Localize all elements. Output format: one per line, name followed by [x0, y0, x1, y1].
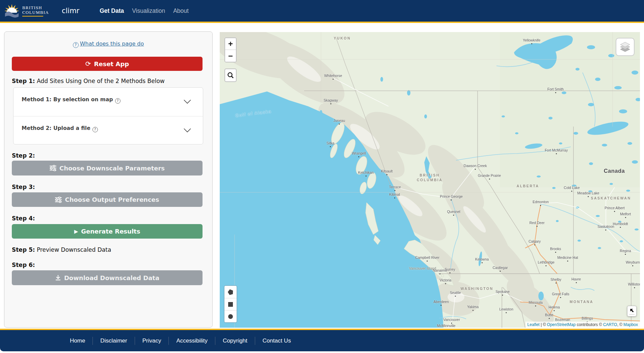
- map-label: Havre: [571, 277, 581, 281]
- map-label: WASHINGTON: [460, 287, 493, 291]
- map-label: ALBERTA: [517, 184, 539, 188]
- choose-output-preferences-button[interactable]: Choose Output Preferences: [12, 192, 203, 207]
- nav-about[interactable]: About: [173, 7, 189, 15]
- draw-circle-button[interactable]: [224, 310, 237, 322]
- map-label: Edmonton: [533, 200, 549, 204]
- map-label: Regina: [620, 249, 631, 253]
- nav-visualization[interactable]: Visualization: [132, 7, 165, 15]
- footer-link-privacy[interactable]: Privacy: [135, 337, 169, 344]
- layers-control-button[interactable]: [616, 38, 635, 56]
- footer-link-home[interactable]: Home: [62, 337, 92, 344]
- map-label: Cold Lake: [564, 186, 580, 190]
- play-icon: ▶: [74, 228, 78, 235]
- map-label: Red Deer: [530, 221, 545, 225]
- bc-sunrise-logo-icon: [4, 3, 20, 19]
- square-icon: [228, 302, 233, 307]
- question-circle-icon: ?: [115, 98, 120, 104]
- layers-icon: [619, 41, 632, 53]
- chevron-down-icon: [183, 99, 191, 104]
- map-label: Medicine Hat: [557, 255, 578, 260]
- osm-link[interactable]: OpenStreetMap: [547, 322, 576, 327]
- arrow-up-left-icon: [629, 308, 635, 313]
- map-label: Saskatoon: [597, 224, 614, 228]
- map-label: MONTANA: [570, 300, 593, 304]
- draw-polygon-button[interactable]: [224, 286, 237, 298]
- map-label: Yakima: [467, 305, 479, 309]
- map-label: Quesnel: [447, 210, 460, 214]
- leaflet-map[interactable]: YUKONYellowknifeWhitehorseFort SmithSkag…: [220, 32, 640, 328]
- map-label: Vancouver Island: [409, 266, 436, 270]
- step1-label: Step 1: Add Sites Using One of the 2 Met…: [12, 78, 165, 84]
- footer-link-accessibility[interactable]: Accessibility: [169, 337, 215, 344]
- map-label: Lethbridge: [538, 260, 555, 264]
- bc-gov-logo[interactable]: British Columbia: [4, 3, 49, 19]
- fit-bounds-button[interactable]: [627, 306, 637, 317]
- step4-label: Step 4:: [12, 215, 35, 222]
- map-label: YUKON: [334, 36, 351, 40]
- footer-link-disclaimer[interactable]: Disclaimer: [93, 337, 134, 344]
- mapbox-link[interactable]: Mapbox: [623, 322, 638, 327]
- draw-rectangle-button[interactable]: [224, 298, 237, 310]
- generate-results-button[interactable]: ▶ Generate Results: [12, 224, 203, 239]
- brand-text: British Columbia: [22, 5, 49, 17]
- footer-link-copyright[interactable]: Copyright: [215, 337, 255, 344]
- map-label: Fort Smith: [547, 87, 564, 91]
- map-label: COLUMBIA: [417, 178, 443, 182]
- carto-link[interactable]: CARTO: [603, 322, 617, 327]
- map-label: Prince Albert: [605, 206, 625, 210]
- map-label: Vancouver: [443, 318, 460, 322]
- choose-downscale-parameters-button[interactable]: Choose Downscale Parameters: [12, 161, 203, 175]
- reset-app-button[interactable]: ⟳ Reset App: [12, 57, 203, 71]
- method1-header[interactable]: Method 1: By selection on map?: [14, 88, 203, 116]
- map-label: Shelby: [551, 277, 561, 281]
- map-label: Sitka: [326, 141, 334, 145]
- map-label: BRITISH: [420, 173, 440, 177]
- sliders-icon: [50, 165, 56, 171]
- step5-label: Step 5: Preview Downscaled Data: [12, 246, 111, 253]
- map-label: Missoula: [529, 300, 542, 304]
- nav-get-data[interactable]: Get Data: [100, 7, 124, 15]
- map-search-button[interactable]: [224, 69, 237, 82]
- main-nav: Get Data Visualization About: [100, 7, 189, 15]
- app-title: climr: [62, 7, 79, 15]
- method-card: Method 1: By selection on map? Method 2:…: [13, 87, 203, 144]
- map-label: Juneau: [333, 118, 345, 123]
- map-label: Helena: [548, 305, 560, 309]
- footer-link-contact-us[interactable]: Contact Us: [255, 337, 298, 344]
- map-label: Kitimat: [389, 192, 400, 196]
- map-label: Campbell River: [415, 255, 439, 260]
- zoom-out-button[interactable]: −: [225, 50, 236, 62]
- method2-title: Method 2: Upload a file?: [22, 125, 98, 132]
- map-label: Fort McMurray: [545, 148, 568, 152]
- map-label: Castlegar: [493, 266, 508, 270]
- map-label: Victoria: [440, 278, 452, 282]
- map-label: SASKATCHEWAN: [591, 196, 631, 200]
- chevron-down-icon: [183, 128, 191, 133]
- map-label: Lewiston: [499, 307, 513, 311]
- leaflet-link[interactable]: Leaflet: [528, 322, 540, 327]
- page: British Columbia climr Get Data Visualiz…: [0, 0, 644, 353]
- map-label: Meadow Lake: [577, 191, 599, 195]
- step2-label: Step 2:: [12, 152, 35, 159]
- page-help-link[interactable]: ?What does this page do: [4, 40, 212, 48]
- map-label: Great Falls: [552, 292, 569, 296]
- map-label: Kitsault: [381, 169, 393, 173]
- map-label: Humboldt: [613, 222, 628, 226]
- map-label: Prince George: [440, 194, 463, 198]
- steps-sidebar: ?What does this page do ⟳ Reset App Step…: [4, 31, 213, 328]
- zoom-in-button[interactable]: +: [225, 38, 236, 50]
- download-icon: [55, 275, 61, 281]
- download-downscaled-data-button[interactable]: Download Downscaled Data: [12, 270, 203, 285]
- draw-toolbar: [224, 285, 237, 323]
- map-label: Weyburn: [626, 260, 640, 264]
- question-circle-icon: ?: [73, 42, 79, 48]
- method2-header[interactable]: Method 2: Upload a file?: [14, 116, 203, 144]
- map-label: Melfort: [620, 212, 631, 216]
- refresh-icon: ⟳: [85, 60, 91, 67]
- fit-bounds-underline: [629, 314, 635, 315]
- map-label: Seattle: [450, 291, 461, 295]
- map-label: Grande Prairie: [478, 173, 501, 178]
- map-label: Kelowna: [475, 257, 489, 261]
- map-label: Spokane: [495, 290, 509, 294]
- map-label: Wrangell: [352, 151, 366, 155]
